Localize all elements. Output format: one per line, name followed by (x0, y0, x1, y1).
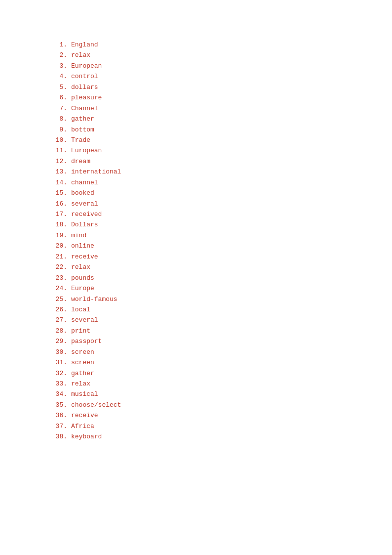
list-item: 38keyboard (49, 431, 392, 442)
list-item: 32gather (49, 368, 392, 379)
list-item-number: 36 (49, 410, 67, 421)
list-item-word: Channel (71, 103, 98, 114)
list-item-word: dream (71, 156, 90, 167)
list-item-number: 30 (49, 347, 67, 357)
list-item-number: 31 (49, 357, 67, 368)
list-item-word: channel (71, 177, 98, 188)
list-item-number: 26 (49, 304, 67, 315)
list-item: 37Africa (49, 421, 392, 431)
list-item-word: control (71, 71, 98, 82)
list-item-number: 8 (49, 114, 67, 124)
list-item-number: 24 (49, 283, 67, 294)
list-item: 30screen (49, 347, 392, 357)
list-item: 9bottom (49, 125, 392, 135)
list-item-word: received (71, 209, 102, 219)
list-item: 10Trade (49, 135, 392, 145)
list-item: 8gather (49, 114, 392, 124)
list-item-number: 28 (49, 326, 67, 336)
list-item-word: gather (71, 368, 94, 379)
list-item-word: choose/select (71, 400, 121, 410)
list-item-number: 17 (49, 209, 67, 219)
list-item-word: international (71, 167, 121, 177)
list-item-number: 16 (49, 199, 67, 209)
list-item-word: dollars (71, 82, 98, 92)
list-item-word: Africa (71, 421, 94, 431)
list-item-word: musical (71, 389, 98, 399)
list-item: 6pleasure (49, 92, 392, 103)
list-item-number: 20 (49, 241, 67, 251)
list-item: 19mind (49, 230, 392, 241)
list-item-word: England (71, 40, 98, 50)
list-item: 7Channel (49, 103, 392, 114)
list-item-number: 6 (49, 92, 67, 103)
list-item: 28print (49, 326, 392, 336)
list-item-number: 21 (49, 252, 67, 262)
list-item-number: 5 (49, 82, 67, 92)
list-item-number: 35 (49, 400, 67, 410)
list-item-word: receive (71, 252, 98, 262)
list-item: 22relax (49, 262, 392, 272)
list-item-word: screen (71, 347, 94, 357)
list-item-word: relax (71, 379, 90, 389)
list-item-number: 15 (49, 188, 67, 198)
list-item: 29passport (49, 336, 392, 346)
list-item-number: 38 (49, 431, 67, 442)
list-item-word: Dollars (71, 219, 98, 230)
list-item-word: relax (71, 262, 90, 272)
list-item-word: bottom (71, 125, 94, 135)
list-item: 5dollars (49, 82, 392, 92)
list-item: 18Dollars (49, 219, 392, 230)
list-item: 17received (49, 209, 392, 219)
list-item-word: online (71, 241, 94, 251)
list-item-number: 29 (49, 336, 67, 346)
list-item-word: local (71, 304, 90, 315)
list-item: 1England (49, 40, 392, 50)
list-item: 20online (49, 241, 392, 251)
list-item-word: mind (71, 230, 86, 241)
list-item-number: 10 (49, 135, 67, 145)
list-item: 27several (49, 315, 392, 325)
list-item-word: several (71, 315, 98, 325)
list-item-word: Trade (71, 135, 90, 145)
list-item: 21receive (49, 252, 392, 262)
list-item: 15booked (49, 188, 392, 198)
list-item: 36receive (49, 410, 392, 421)
list-item: 16several (49, 199, 392, 209)
list-item: 24Europe (49, 283, 392, 294)
list-item-word: European (71, 145, 102, 156)
list-item-number: 14 (49, 177, 67, 188)
list-item: 2relax (49, 50, 392, 60)
list-item: 11European (49, 145, 392, 156)
list-item: 23pounds (49, 273, 392, 283)
list-item-word: pleasure (71, 92, 102, 103)
list-item-number: 3 (49, 61, 67, 71)
list-item: 25world-famous (49, 294, 392, 304)
list-item: 35choose/select (49, 400, 392, 410)
list-item: 26local (49, 304, 392, 315)
list-item-word: relax (71, 50, 90, 60)
list-item-number: 23 (49, 273, 67, 283)
list-item-number: 34 (49, 389, 67, 399)
list-item: 4control (49, 71, 392, 82)
list-item: 13international (49, 167, 392, 177)
list-item: 33relax (49, 379, 392, 389)
list-item-number: 7 (49, 103, 67, 114)
list-item-number: 2 (49, 50, 67, 60)
list-item-number: 11 (49, 145, 67, 156)
list-item-word: print (71, 326, 90, 336)
list-item-number: 27 (49, 315, 67, 325)
list-item-number: 32 (49, 368, 67, 379)
list-item-number: 22 (49, 262, 67, 272)
list-item-number: 4 (49, 71, 67, 82)
list-item: 12dream (49, 156, 392, 167)
list-item: 14channel (49, 177, 392, 188)
list-item-word: receive (71, 410, 98, 421)
list-item: 34musical (49, 389, 392, 399)
list-item-number: 13 (49, 167, 67, 177)
list-item-number: 19 (49, 230, 67, 241)
list-item-number: 37 (49, 421, 67, 431)
list-item-word: booked (71, 188, 94, 198)
list-item-number: 18 (49, 219, 67, 230)
list-item-word: several (71, 199, 98, 209)
list-item-number: 1 (49, 40, 67, 50)
